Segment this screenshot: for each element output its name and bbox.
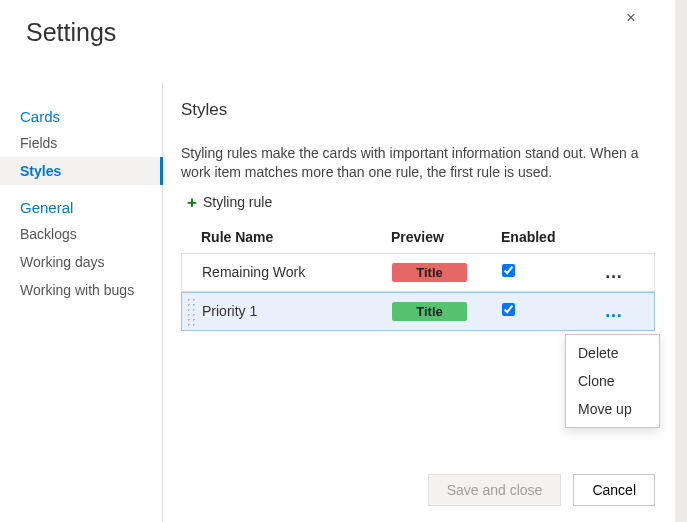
menu-item-move-up[interactable]: Move up [566, 395, 659, 423]
enabled-checkbox[interactable] [502, 264, 515, 277]
rule-preview: Title [392, 302, 502, 321]
sidebar-header-cards[interactable]: Cards [0, 102, 162, 129]
close-button[interactable]: × [621, 8, 641, 28]
col-enabled: Enabled [501, 229, 586, 245]
rule-preview: Title [392, 263, 502, 282]
col-actions [586, 229, 641, 245]
add-styling-rule-button[interactable]: + Styling rule [187, 194, 655, 211]
rules-table-body: Remaining Work Title … Priority 1 Title [181, 253, 655, 331]
enabled-checkbox[interactable] [502, 303, 515, 316]
menu-item-clone[interactable]: Clone [566, 367, 659, 395]
sidebar-item-working-days[interactable]: Working days [0, 248, 162, 276]
table-row[interactable]: Priority 1 Title … [181, 292, 655, 331]
section-title: Styles [181, 100, 655, 120]
col-preview: Preview [391, 229, 501, 245]
rule-name: Remaining Work [202, 264, 392, 280]
rules-table-header: Rule Name Preview Enabled [181, 229, 655, 253]
rule-name: Priority 1 [202, 303, 392, 319]
dialog-body: Cards Fields Styles General Backlogs Wor… [0, 82, 675, 522]
dialog-footer: Save and close Cancel [428, 474, 655, 506]
row-actions-button[interactable]: … [587, 262, 642, 283]
plus-icon: + [187, 194, 197, 211]
col-rule-name: Rule Name [201, 229, 391, 245]
settings-dialog: × Settings Cards Fields Styles General B… [0, 0, 687, 522]
close-icon: × [626, 9, 635, 27]
cancel-button[interactable]: Cancel [573, 474, 655, 506]
main-panel: Styles Styling rules make the cards with… [163, 82, 675, 522]
rule-enabled [502, 303, 587, 319]
sidebar-group-cards: Cards Fields Styles [0, 102, 162, 185]
sidebar: Cards Fields Styles General Backlogs Wor… [0, 82, 163, 522]
add-styling-rule-label: Styling rule [203, 194, 272, 210]
preview-pill: Title [392, 263, 467, 282]
preview-pill: Title [392, 302, 467, 321]
sidebar-header-general[interactable]: General [0, 193, 162, 220]
rule-enabled [502, 264, 587, 280]
row-actions-button[interactable]: … [587, 301, 642, 322]
save-and-close-button[interactable]: Save and close [428, 474, 562, 506]
sidebar-item-backlogs[interactable]: Backlogs [0, 220, 162, 248]
row-context-menu: Delete Clone Move up [565, 334, 660, 428]
section-description: Styling rules make the cards with import… [181, 144, 651, 182]
drag-handle-icon[interactable] [186, 297, 195, 326]
dialog-title: Settings [0, 0, 675, 47]
sidebar-item-fields[interactable]: Fields [0, 129, 162, 157]
sidebar-item-working-with-bugs[interactable]: Working with bugs [0, 276, 162, 304]
table-row[interactable]: Remaining Work Title … [181, 253, 655, 292]
menu-item-delete[interactable]: Delete [566, 339, 659, 367]
sidebar-group-general: General Backlogs Working days Working wi… [0, 193, 162, 304]
sidebar-item-styles[interactable]: Styles [0, 157, 162, 185]
